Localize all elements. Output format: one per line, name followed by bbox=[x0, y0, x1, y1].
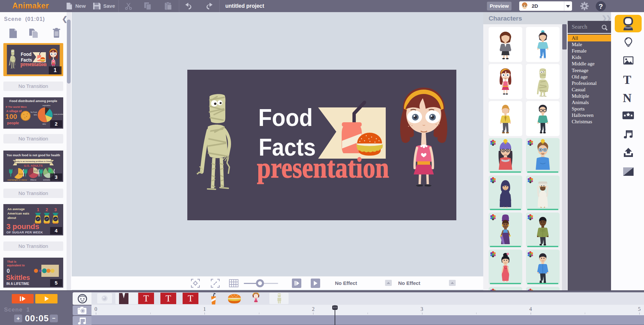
svg-text:Food distributed among people: Food distributed among people bbox=[9, 99, 57, 103]
svg-text:vegetables: vegetables bbox=[42, 104, 51, 106]
svg-text:3 pounds: 3 pounds bbox=[6, 222, 39, 231]
svg-text:people: people bbox=[7, 121, 19, 125]
svg-text:meat provide: meat provide bbox=[53, 113, 63, 115]
svg-text:2: 2 bbox=[45, 207, 48, 212]
svg-text:Obesity is an increasing probl: Obesity is an increasing problem in Amer… bbox=[13, 160, 54, 162]
svg-text:35.6%: 35.6% bbox=[34, 170, 39, 172]
svg-text:overweight or obese: overweight or obese bbox=[7, 179, 27, 181]
svg-text:dairy: dairy bbox=[42, 123, 46, 125]
svg-text:100: 100 bbox=[5, 112, 17, 120]
svg-text:OF SUGAR PER WEEK: OF SUGAR PER WEEK bbox=[6, 230, 43, 234]
svg-text:Too much food is not good for: Too much food is not good for health bbox=[7, 154, 60, 157]
svg-text:If The world Were: If The world Were bbox=[6, 105, 27, 108]
svg-text:?: ? bbox=[599, 2, 603, 10]
svg-text:American eats: American eats bbox=[7, 212, 29, 215]
svg-text:Skittles: Skittles bbox=[6, 274, 30, 281]
svg-text:about: about bbox=[7, 216, 16, 220]
svg-text:69.4%: 69.4% bbox=[19, 173, 24, 175]
svg-text:IN A LIFETIME: IN A LIFETIME bbox=[6, 282, 29, 286]
svg-text:40%: 40% bbox=[34, 114, 37, 116]
svg-text:1: 1 bbox=[37, 207, 39, 212]
svg-text:3: 3 bbox=[54, 207, 56, 212]
svg-text:U.S. ADULTS: U.S. ADULTS bbox=[24, 164, 43, 167]
svg-text:Obese: Obese bbox=[30, 179, 37, 181]
svg-text:An average: An average bbox=[7, 207, 25, 211]
svg-text:0: 0 bbox=[7, 268, 10, 274]
svg-text:That is: That is bbox=[7, 260, 16, 263]
svg-text:equivalent to: equivalent to bbox=[7, 264, 25, 267]
svg-text:No Food: No Food bbox=[31, 111, 37, 113]
